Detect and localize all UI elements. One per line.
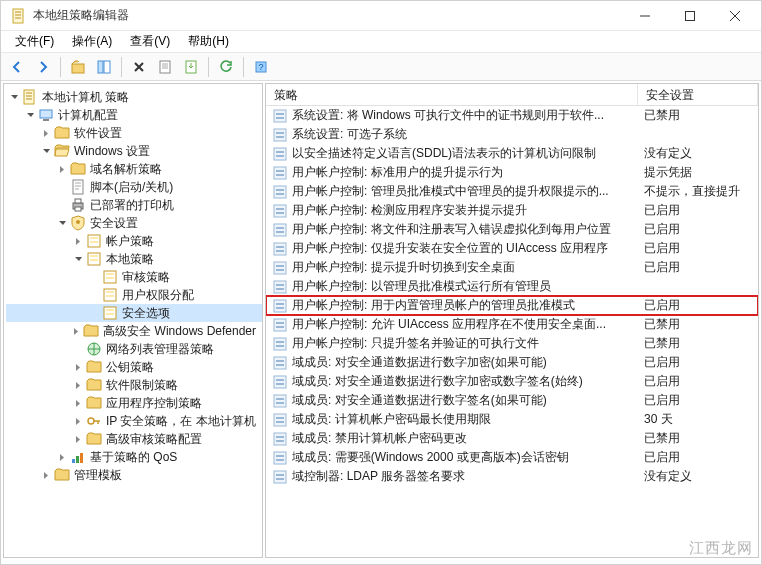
tree-item[interactable]: 本地计算机 策略 xyxy=(6,88,262,106)
svg-rect-9 xyxy=(24,90,34,104)
tree-item[interactable]: Windows 设置 xyxy=(6,142,262,160)
menu-help[interactable]: 帮助(H) xyxy=(180,31,237,52)
tree-label: 软件设置 xyxy=(74,125,122,142)
column-header-policy[interactable]: 策略 xyxy=(266,84,638,105)
list-pane[interactable]: 策略 安全设置 系统设置: 将 Windows 可执行文件中的证书规则用于软件.… xyxy=(265,83,759,558)
svg-rect-3 xyxy=(98,61,103,73)
list-row[interactable]: 用户帐户控制: 仅提升安装在安全位置的 UIAccess 应用程序已启用 xyxy=(266,239,758,258)
tree-item[interactable]: 软件设置 xyxy=(6,124,262,142)
tree-item[interactable]: 脚本(启动/关机) xyxy=(6,178,262,196)
tree-label: IP 安全策略，在 本地计算机 xyxy=(106,413,256,430)
expand-icon[interactable] xyxy=(40,469,52,481)
tree-item[interactable]: 帐户策略 xyxy=(6,232,262,250)
menu-action[interactable]: 操作(A) xyxy=(64,31,120,52)
tree-item[interactable]: 域名解析策略 xyxy=(6,160,262,178)
svg-rect-65 xyxy=(276,284,284,286)
expand-icon[interactable] xyxy=(40,127,52,139)
help-button[interactable]: ? xyxy=(249,55,273,79)
expand-icon[interactable] xyxy=(72,397,84,409)
tree-label: 应用程序控制策略 xyxy=(106,395,202,412)
expand-icon[interactable] xyxy=(56,163,68,175)
list-row[interactable]: 以安全描述符定义语言(SDDL)语法表示的计算机访问限制没有定义 xyxy=(266,144,758,163)
list-row[interactable]: 域成员: 对安全通道数据进行数字签名(如果可能)已启用 xyxy=(266,391,758,410)
expand-icon[interactable] xyxy=(8,91,20,103)
content-area: 本地计算机 策略计算机配置软件设置Windows 设置域名解析策略脚本(启动/关… xyxy=(1,81,761,560)
svg-rect-57 xyxy=(276,231,284,233)
export-button[interactable] xyxy=(179,55,203,79)
list-row[interactable]: 用户帐户控制: 管理员批准模式中管理员的提升权限提示的...不提示，直接提升 xyxy=(266,182,758,201)
tree-item[interactable]: 审核策略 xyxy=(6,268,262,286)
tree-label: 脚本(启动/关机) xyxy=(90,179,173,196)
back-button[interactable] xyxy=(5,55,29,79)
tree-item[interactable]: 安全选项 xyxy=(6,304,262,322)
svg-rect-28 xyxy=(106,295,114,297)
tree-item[interactable]: 用户权限分配 xyxy=(6,286,262,304)
svg-rect-95 xyxy=(276,474,284,476)
expand-icon[interactable] xyxy=(24,109,36,121)
svg-rect-30 xyxy=(106,309,114,311)
list-row[interactable]: 用户帐户控制: 将文件和注册表写入错误虚拟化到每用户位置已启用 xyxy=(266,220,758,239)
up-button[interactable] xyxy=(66,55,90,79)
list-row[interactable]: 域成员: 禁用计算机帐户密码更改已禁用 xyxy=(266,429,758,448)
tree-item[interactable]: 已部署的打印机 xyxy=(6,196,262,214)
properties-button[interactable] xyxy=(153,55,177,79)
expand-icon[interactable] xyxy=(40,145,52,157)
list-row[interactable]: 系统设置: 可选子系统 xyxy=(266,125,758,144)
delete-button[interactable] xyxy=(127,55,151,79)
refresh-button[interactable] xyxy=(214,55,238,79)
close-button[interactable] xyxy=(712,1,757,30)
tree-pane[interactable]: 本地计算机 策略计算机配置软件设置Windows 设置域名解析策略脚本(启动/关… xyxy=(3,83,263,558)
expand-icon[interactable] xyxy=(72,325,81,337)
policy-name: 用户帐户控制: 用于内置管理员帐户的管理员批准模式 xyxy=(292,297,575,314)
expand-icon[interactable] xyxy=(72,253,84,265)
tree-item[interactable]: 基于策略的 QoS xyxy=(6,448,262,466)
expand-icon[interactable] xyxy=(72,361,84,373)
tree-item[interactable]: 本地策略 xyxy=(6,250,262,268)
menu-view[interactable]: 查看(V) xyxy=(122,31,178,52)
list-row[interactable]: 域成员: 需要强(Windows 2000 或更高版本)会话密钥已启用 xyxy=(266,448,758,467)
tree-item[interactable]: 公钥策略 xyxy=(6,358,262,376)
setting-cell: 30 天 xyxy=(638,411,758,428)
expand-icon[interactable] xyxy=(56,217,68,229)
list-row[interactable]: 用户帐户控制: 允许 UIAccess 应用程序在不使用安全桌面...已禁用 xyxy=(266,315,758,334)
list-row[interactable]: 用户帐户控制: 检测应用程序安装并提示提升已启用 xyxy=(266,201,758,220)
list-row[interactable]: 用户帐户控制: 提示提升时切换到安全桌面已启用 xyxy=(266,258,758,277)
expand-icon[interactable] xyxy=(56,451,68,463)
tree-item[interactable]: 网络列表管理器策略 xyxy=(6,340,262,358)
tree-item[interactable]: 高级安全 Windows Defender xyxy=(6,322,262,340)
list-row[interactable]: 系统设置: 将 Windows 可执行文件中的证书规则用于软件...已禁用 xyxy=(266,106,758,125)
list-row[interactable]: 域成员: 对安全通道数据进行数字加密或数字签名(始终)已启用 xyxy=(266,372,758,391)
minimize-button[interactable] xyxy=(622,1,667,30)
list-row[interactable]: 用户帐户控制: 用于内置管理员帐户的管理员批准模式已启用 xyxy=(266,296,758,315)
column-header-setting[interactable]: 安全设置 xyxy=(638,84,758,105)
expand-icon[interactable] xyxy=(72,433,84,445)
tree-item[interactable]: 应用程序控制策略 xyxy=(6,394,262,412)
list-row[interactable]: 域成员: 计算机帐户密码最长使用期限30 天 xyxy=(266,410,758,429)
svg-rect-40 xyxy=(274,129,286,141)
tree-item[interactable]: 计算机配置 xyxy=(6,106,262,124)
expand-icon[interactable] xyxy=(72,379,84,391)
tree-label: 本地策略 xyxy=(106,251,154,268)
menu-file[interactable]: 文件(F) xyxy=(7,31,62,52)
show-hide-tree-button[interactable] xyxy=(92,55,116,79)
list-row[interactable]: 用户帐户控制: 标准用户的提升提示行为提示凭据 xyxy=(266,163,758,182)
list-row[interactable]: 域成员: 对安全通道数据进行数字加密(如果可能)已启用 xyxy=(266,353,758,372)
maximize-button[interactable] xyxy=(667,1,712,30)
tree-item[interactable]: 软件限制策略 xyxy=(6,376,262,394)
tree-item[interactable]: 高级审核策略配置 xyxy=(6,430,262,448)
list-row[interactable]: 域控制器: LDAP 服务器签名要求没有定义 xyxy=(266,467,758,486)
policy-cell: 域成员: 计算机帐户密码最长使用期限 xyxy=(266,411,638,428)
policy-icon xyxy=(272,412,288,428)
list-row[interactable]: 用户帐户控制: 以管理员批准模式运行所有管理员 xyxy=(266,277,758,296)
expand-icon[interactable] xyxy=(72,415,84,427)
policy-icon xyxy=(272,127,288,143)
tree-item[interactable]: IP 安全策略，在 本地计算机 xyxy=(6,412,262,430)
tree-item[interactable]: 管理模板 xyxy=(6,466,262,484)
tree-item[interactable]: 安全设置 xyxy=(6,214,262,232)
forward-button[interactable] xyxy=(31,55,55,79)
expand-icon[interactable] xyxy=(72,235,84,247)
svg-rect-49 xyxy=(274,186,286,198)
policy-cell: 域成员: 对安全通道数据进行数字签名(如果可能) xyxy=(266,392,638,409)
svg-rect-55 xyxy=(274,224,286,236)
list-row[interactable]: 用户帐户控制: 只提升签名并验证的可执行文件已禁用 xyxy=(266,334,758,353)
